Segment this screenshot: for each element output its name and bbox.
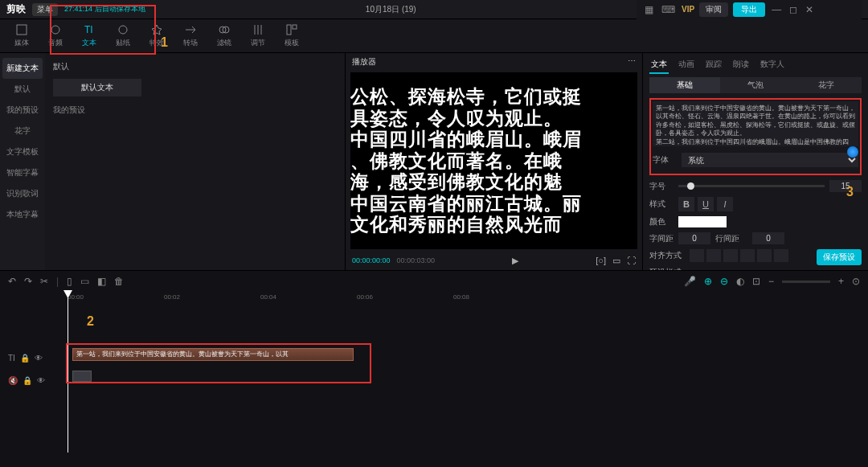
- svg-rect-0: [17, 25, 27, 35]
- toggle-icon[interactable]: ⊖: [720, 276, 728, 287]
- eye-icon[interactable]: 👁: [37, 376, 45, 385]
- tool-icon[interactable]: ◧: [97, 276, 106, 287]
- video-clip[interactable]: [72, 371, 92, 382]
- play-button[interactable]: ▶: [512, 256, 518, 266]
- inspector-tab-text[interactable]: 文本: [649, 56, 669, 74]
- sidebar-item-smart-caption[interactable]: 智能字幕: [0, 162, 45, 183]
- timeline-panel: ↶ ↷ ✂ | ▯ ▭ ◧ 🗑 🎤 ⊕ ⊖ ◐ ⊡ − + ⊙ 00:00 00…: [0, 270, 868, 467]
- subtab-bubble[interactable]: 气泡: [720, 77, 791, 93]
- default-text-preset[interactable]: 默认文本: [53, 79, 141, 96]
- player-title: 播放器: [352, 56, 376, 68]
- video-canvas[interactable]: 公松、探海松寺，它们或挺 具姿态，令人叹为观止。 中国四川省的峨眉山。峨眉 、佛…: [350, 72, 637, 249]
- review-button[interactable]: 审阅: [699, 2, 728, 17]
- sidebar-item-mypreset[interactable]: 我的预设: [0, 100, 45, 121]
- size-slider[interactable]: [678, 185, 825, 187]
- inspector-tab-read[interactable]: 朗读: [731, 56, 751, 74]
- lock-icon[interactable]: 🔒: [20, 354, 30, 363]
- project-title: 10月18日 (19): [152, 4, 630, 15]
- tool-icon[interactable]: ▯: [67, 276, 72, 287]
- time-duration: 00:00:03:00: [397, 256, 436, 264]
- undo-icon[interactable]: ↶: [8, 276, 16, 287]
- align-top-button[interactable]: [740, 249, 755, 262]
- preview-text-line: 中国四川省的峨眉山。峨眉: [350, 129, 637, 150]
- preview-text-line: 海，感受到佛教文化的魅: [350, 171, 637, 192]
- sidebar-item-lyrics[interactable]: 识别歌词: [0, 183, 45, 204]
- inspector-tab-anim[interactable]: 动画: [677, 56, 696, 74]
- align-right-button[interactable]: [723, 249, 738, 262]
- annotation-box-3: 第一站，我们来到位于中国安徽省的黄山。黄山被誉为天下第一奇山，以其奇松、怪石、云…: [649, 98, 862, 175]
- fullscreen-icon[interactable]: ⛶: [627, 256, 636, 265]
- ai-icon[interactable]: [847, 146, 858, 158]
- shortcut-icon[interactable]: ⌨: [660, 4, 677, 15]
- tab-adjust[interactable]: 调节: [243, 22, 273, 50]
- underline-button[interactable]: U: [698, 197, 714, 211]
- zoom-fit-icon[interactable]: ⊙: [852, 276, 860, 287]
- italic-button[interactable]: I: [717, 197, 733, 211]
- tab-media[interactable]: 媒体: [6, 22, 37, 50]
- tab-template[interactable]: 模板: [276, 22, 307, 50]
- zoom-out-icon[interactable]: −: [768, 276, 774, 287]
- delete-icon[interactable]: 🗑: [114, 276, 124, 287]
- zoom-in-icon[interactable]: +: [838, 276, 844, 287]
- style-label: 样式: [649, 199, 674, 210]
- inspector-tab-track[interactable]: 跟踪: [704, 56, 723, 74]
- align-label: 对齐方式: [649, 250, 685, 261]
- toggle-icon[interactable]: ⊡: [752, 276, 760, 287]
- preview-text-line: 具姿态，令人叹为观止。: [350, 108, 637, 129]
- subtab-fancy[interactable]: 花字: [791, 77, 862, 93]
- text-clip[interactable]: 第一站，我们来到位于中国安徽省的黄山。黄山被誉为天下第一奇山，以其: [72, 348, 354, 361]
- tab-transition[interactable]: 转场: [175, 22, 206, 50]
- track-label: TI: [8, 354, 15, 363]
- annotation-label-1: 1: [161, 35, 168, 50]
- color-label: 颜色: [649, 216, 674, 227]
- font-select[interactable]: 系统: [682, 153, 858, 167]
- toggle-icon[interactable]: ⊕: [704, 276, 712, 287]
- eye-icon[interactable]: 👁: [35, 354, 43, 363]
- align-bottom-button[interactable]: [774, 249, 788, 262]
- save-preset-button[interactable]: 保存预设: [817, 249, 862, 265]
- time-ruler[interactable]: 00:00 00:02 00:04 00:06 00:08: [68, 292, 868, 306]
- sidebar-item-template[interactable]: 文字模板: [0, 141, 45, 162]
- align-left-button[interactable]: [690, 249, 704, 262]
- split-icon[interactable]: ✂: [40, 276, 48, 287]
- ratio-icon[interactable]: [○]: [596, 256, 606, 265]
- vip-badge[interactable]: VIP: [682, 5, 694, 14]
- linespacing-value[interactable]: 0: [752, 232, 784, 244]
- mic-icon[interactable]: 🎤: [684, 276, 696, 287]
- zoom-slider[interactable]: [782, 281, 830, 283]
- toggle-icon[interactable]: ◐: [736, 276, 744, 287]
- maximize-icon[interactable]: ◻: [788, 4, 799, 15]
- time-current: 00:00:00:00: [352, 256, 391, 264]
- section-header: 默认: [53, 61, 337, 72]
- sidebar-item-fancy[interactable]: 花字: [0, 121, 45, 141]
- subtab-basic[interactable]: 基础: [649, 77, 720, 93]
- my-preset-header: 我的预设: [53, 104, 337, 116]
- spacing-value[interactable]: 0: [678, 232, 710, 244]
- redo-icon[interactable]: ↷: [24, 276, 32, 287]
- sidebar-item-default[interactable]: 默认: [0, 79, 45, 100]
- scale-icon[interactable]: ▭: [612, 256, 620, 266]
- color-swatch[interactable]: [678, 216, 727, 227]
- sidebar-item-new-text[interactable]: 新建文本: [2, 58, 43, 79]
- minimize-icon[interactable]: —: [770, 4, 783, 15]
- size-value[interactable]: 15: [829, 180, 862, 192]
- align-center-button[interactable]: [706, 249, 721, 262]
- sidebar-item-local-caption[interactable]: 本地字幕: [0, 204, 45, 225]
- preview-text-line: 、佛教文化而著名。在峨: [350, 150, 637, 171]
- close-icon[interactable]: ✕: [804, 4, 815, 15]
- lock-icon[interactable]: 🔒: [23, 376, 32, 385]
- annotation-label-3: 3: [846, 185, 854, 199]
- linespacing-label: 行间距: [715, 233, 747, 244]
- inspector-tab-avatar[interactable]: 数字人: [759, 56, 786, 74]
- align-middle-button[interactable]: [757, 249, 772, 262]
- tool-icon[interactable]: ▭: [80, 276, 89, 287]
- bold-button[interactable]: B: [678, 197, 694, 211]
- tab-filter[interactable]: 滤镜: [209, 22, 240, 50]
- player-menu-icon[interactable]: ⋯: [628, 56, 636, 68]
- app-logo: 剪映: [6, 2, 26, 16]
- export-button[interactable]: 导出: [733, 2, 765, 17]
- text-content-input[interactable]: 第一站，我们来到位于中国安徽省的黄山。黄山被誉为天下第一奇山，以其奇松、怪石、云…: [653, 101, 858, 146]
- svg-rect-7: [293, 25, 297, 29]
- layout-icon[interactable]: ▦: [643, 4, 655, 15]
- mute-icon[interactable]: 🔇: [8, 376, 18, 385]
